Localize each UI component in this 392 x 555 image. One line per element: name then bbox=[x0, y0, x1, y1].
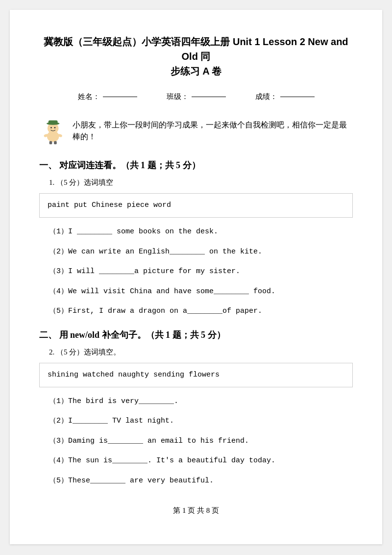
q2-item2: （2）I________ TV last night. bbox=[49, 416, 353, 427]
main-title: 冀教版（三年级起点）小学英语四年级上册 Unit 1 Lesson 2 New … bbox=[39, 34, 353, 78]
q2-item3-text: （3）Daming is________ an email to his fri… bbox=[49, 437, 249, 445]
svg-point-4 bbox=[50, 127, 52, 128]
page-footer: 第 1 页 共 8 页 bbox=[39, 501, 353, 515]
score-input[interactable] bbox=[280, 97, 315, 97]
mascot-section: 小朋友，带上你一段时间的学习成果，一起来做个自我检测吧，相信你一定是最棒的！ bbox=[39, 116, 353, 146]
svg-rect-9 bbox=[54, 141, 57, 145]
q1-word-box: paint put Chinese piece word bbox=[39, 193, 353, 218]
q2-word-box: shining watched naughty sending flowers bbox=[39, 363, 353, 387]
section1: 一、 对应词连连看。（共 1 题；共 5 分） 1. （5 分）选词填空 pai… bbox=[39, 159, 353, 317]
q2-item3: （3）Daming is________ an email to his fri… bbox=[49, 436, 353, 447]
q1-item1-text: （1）I ________ some books on the desk. bbox=[49, 227, 218, 236]
footer-text: 第 1 页 共 8 页 bbox=[173, 506, 219, 514]
q1-item4-text: （4）We will visit China and have some____… bbox=[49, 287, 275, 296]
q2-item4-text: （4）The sun is________. It's a beautiful … bbox=[49, 456, 275, 465]
section1-header: 一、 对应词连连看。（共 1 题；共 5 分） bbox=[39, 159, 353, 171]
q1-intro-text: 1. （5 分）选词填空 bbox=[49, 178, 113, 186]
name-field: 姓名： bbox=[78, 92, 137, 101]
title-line1: 冀教版（三年级起点）小学英语四年级上册 Unit 1 Lesson 2 New … bbox=[39, 34, 353, 64]
section2-header-text: 二、 用 new/old 补全句子。（共 1 题；共 5 分） bbox=[39, 329, 225, 341]
class-field: 班级： bbox=[167, 92, 226, 101]
title-section: 冀教版（三年级起点）小学英语四年级上册 Unit 1 Lesson 2 New … bbox=[39, 34, 353, 78]
q2-words: shining watched naughty sending flowers bbox=[48, 371, 220, 379]
section2: 二、 用 new/old 补全句子。（共 1 题；共 5 分） 2. （5 分）… bbox=[39, 329, 353, 487]
svg-rect-8 bbox=[49, 141, 52, 145]
q1-item2-text: （2）We can write an English________ on th… bbox=[49, 248, 262, 256]
exam-page: 冀教版（三年级起点）小学英语四年级上册 Unit 1 Lesson 2 New … bbox=[10, 10, 382, 544]
class-input[interactable] bbox=[192, 97, 226, 97]
name-label: 姓名： bbox=[78, 92, 100, 101]
q1-item5: （5）First, I draw a dragon on a________of… bbox=[49, 306, 353, 317]
section2-header: 二、 用 new/old 补全句子。（共 1 题；共 5 分） bbox=[39, 329, 353, 341]
q2-intro-text: 2. （5 分）选词填空。 bbox=[49, 348, 121, 356]
q1-item1: （1）I ________ some books on the desk. bbox=[49, 227, 353, 238]
class-label: 班级： bbox=[167, 92, 189, 101]
q2-list: （1）The bird is very________. （2）I_______… bbox=[39, 396, 353, 487]
q2-item1-text: （1）The bird is very________. bbox=[49, 397, 178, 405]
q1-intro: 1. （5 分）选词填空 bbox=[39, 178, 353, 187]
score-field: 成绩： bbox=[255, 92, 315, 101]
q1-item3: （3）I will ________a picture for my siste… bbox=[49, 266, 353, 278]
q2-item2-text: （2）I________ TV last night. bbox=[49, 417, 174, 425]
q1-list: （1）I ________ some books on the desk. （2… bbox=[39, 227, 353, 317]
name-input[interactable] bbox=[103, 97, 137, 97]
q1-item2: （2）We can write an English________ on th… bbox=[49, 247, 353, 258]
section1-header-text: 一、 对应词连连看。（共 1 题；共 5 分） bbox=[39, 159, 200, 171]
info-row: 姓名： 班级： 成绩： bbox=[39, 92, 353, 101]
q1-item4: （4）We will visit China and have some____… bbox=[49, 286, 353, 298]
q1-words: paint put Chinese piece word bbox=[48, 201, 171, 209]
svg-rect-3 bbox=[49, 120, 58, 124]
q2-item5-text: （5）These________ are very beautiful. bbox=[49, 477, 214, 485]
score-label: 成绩： bbox=[255, 92, 277, 101]
svg-point-5 bbox=[54, 127, 56, 128]
mascot-icon bbox=[39, 116, 67, 146]
q2-item5: （5）These________ are very beautiful. bbox=[49, 476, 353, 487]
q2-intro: 2. （5 分）选词填空。 bbox=[39, 348, 353, 357]
q2-item1: （1）The bird is very________. bbox=[49, 396, 353, 407]
title-line2: 步练习 A 卷 bbox=[39, 64, 353, 78]
q1-item3-text: （3）I will ________a picture for my siste… bbox=[49, 267, 240, 276]
mascot-text: 小朋友，带上你一段时间的学习成果，一起来做个自我检测吧，相信你一定是最棒的！ bbox=[73, 119, 353, 143]
q1-item5-text: （5）First, I draw a dragon on a________of… bbox=[49, 307, 262, 315]
q2-item4: （4）The sun is________. It's a beautiful … bbox=[49, 455, 353, 467]
